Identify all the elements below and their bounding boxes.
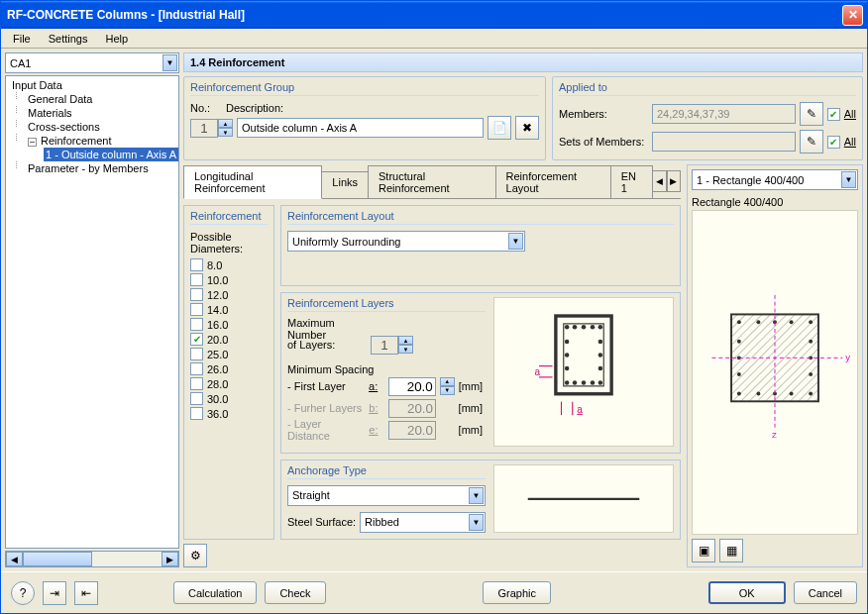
sets-all-check[interactable]: ✔ <box>827 136 840 149</box>
diameter-item[interactable]: 28.0 <box>190 377 268 390</box>
svg-point-9 <box>582 380 587 385</box>
diameter-item[interactable]: ✔20.0 <box>190 333 268 346</box>
svg-text:y: y <box>845 352 850 362</box>
tab-scroll-left-icon[interactable]: ◀ <box>652 170 666 192</box>
svg-text:a: a <box>577 404 583 415</box>
case-combo[interactable]: CA1 ▼ <box>5 52 179 73</box>
tab-structural[interactable]: Structural Reinforcement <box>368 165 496 198</box>
diameter-check[interactable] <box>190 392 203 405</box>
cancel-button[interactable]: Cancel <box>794 581 857 604</box>
menu-settings[interactable]: Settings <box>41 31 96 47</box>
collapse-icon[interactable]: – <box>28 138 37 147</box>
tree-root[interactable]: Input Data <box>8 78 176 92</box>
anchorage-type: Anchorage Type Straight ▼ Steel Surface: <box>280 460 681 541</box>
main-content: Longitudinal Reinforcement Links Structu… <box>183 164 863 567</box>
diameter-item[interactable]: 8.0 <box>190 258 268 271</box>
nav-tree[interactable]: Input Data General Data Materials Cross-… <box>5 75 179 549</box>
spin-up-icon[interactable]: ▲ <box>218 119 233 128</box>
sets-field <box>652 132 796 152</box>
diameter-check[interactable] <box>190 258 203 271</box>
pick-sets-icon[interactable]: ✎ <box>800 130 823 154</box>
delete-group-icon[interactable]: ✖ <box>515 116 539 140</box>
check-button[interactable]: Check <box>265 581 325 604</box>
diameter-check[interactable] <box>190 288 203 301</box>
max-layers-spinner[interactable]: ▲▼ <box>371 336 413 355</box>
spin-down-icon[interactable]: ▼ <box>218 128 233 137</box>
diameter-check[interactable]: ✔ <box>190 333 203 346</box>
tree-general[interactable]: General Data <box>8 92 176 106</box>
sets-all-label[interactable]: All <box>844 136 856 148</box>
svg-point-6 <box>598 325 603 330</box>
tree-materials[interactable]: Materials <box>8 106 176 120</box>
members-all-check[interactable]: ✔ <box>827 108 840 121</box>
diameter-check[interactable] <box>190 273 203 286</box>
svg-point-40 <box>809 340 813 344</box>
tab-longitudinal[interactable]: Longitudinal Reinforcement <box>183 165 322 199</box>
svg-point-14 <box>565 366 570 371</box>
chevron-down-icon[interactable]: ▼ <box>841 171 856 188</box>
pick-members-icon[interactable]: ✎ <box>800 102 823 126</box>
group-no-spinner[interactable]: ▲▼ <box>190 119 233 138</box>
diameter-check[interactable] <box>190 348 203 360</box>
tab-layout[interactable]: Reinforcement Layout <box>495 165 611 198</box>
settings-icon[interactable]: ⚙ <box>183 544 207 567</box>
calculation-button[interactable]: Calculation <box>173 581 257 604</box>
menu-help[interactable]: Help <box>97 31 136 47</box>
tab-links[interactable]: Links <box>321 171 369 192</box>
section-combo[interactable]: 1 - Rectangle 400/400 ▼ <box>692 169 858 190</box>
close-icon[interactable]: ✕ <box>842 5 863 26</box>
scroll-left-icon[interactable]: ◀ <box>6 552 23 566</box>
page-title: 1.4 Reinforcement <box>183 52 863 72</box>
export-icon[interactable]: ⇤ <box>74 581 98 605</box>
help-icon[interactable]: ? <box>11 581 35 605</box>
diameter-item[interactable]: 16.0 <box>190 318 268 331</box>
group-no-input[interactable] <box>190 119 218 138</box>
tree-reinf-child[interactable]: 1 - Outside column - Axis A <box>8 148 176 161</box>
svg-point-8 <box>573 380 578 385</box>
chevron-down-icon[interactable]: ▼ <box>163 54 177 71</box>
diameter-check[interactable] <box>190 377 203 390</box>
svg-point-35 <box>790 392 794 396</box>
tree-hscroll[interactable]: ◀ ▶ <box>5 551 179 567</box>
diameter-check[interactable] <box>190 407 203 420</box>
menubar: File Settings Help <box>1 29 867 49</box>
diameter-check[interactable] <box>190 362 203 375</box>
tab-scroll-right-icon[interactable]: ▶ <box>667 170 681 192</box>
diameter-item[interactable]: 12.0 <box>190 288 268 301</box>
anchorage-combo[interactable]: Straight ▼ <box>287 485 486 506</box>
svg-point-3 <box>573 325 578 330</box>
reinforcement-diameters: Reinforcement Possible Diameters: 8.010.… <box>183 205 274 540</box>
graphic-button[interactable]: Graphic <box>483 581 551 604</box>
surface-combo[interactable]: Ribbed ▼ <box>360 512 486 533</box>
chevron-down-icon[interactable]: ▼ <box>469 514 484 531</box>
diameter-item[interactable]: 30.0 <box>190 392 268 405</box>
diameter-item[interactable]: 26.0 <box>190 362 268 375</box>
desc-input[interactable]: Outside column - Axis A <box>237 118 484 138</box>
tab-en[interactable]: EN 1 <box>610 165 654 198</box>
menu-file[interactable]: File <box>5 31 39 47</box>
members-label: Members: <box>559 108 648 120</box>
preview-btn2-icon[interactable]: ▦ <box>719 539 743 563</box>
diameter-item[interactable]: 14.0 <box>190 303 268 316</box>
diameter-item[interactable]: 10.0 <box>190 273 268 286</box>
diameter-item[interactable]: 36.0 <box>190 407 268 420</box>
ok-button[interactable]: OK <box>708 581 786 604</box>
scroll-right-icon[interactable]: ▶ <box>162 552 178 566</box>
diameter-item[interactable]: 25.0 <box>190 348 268 360</box>
tree-parameter[interactable]: Parameter - by Members <box>8 161 176 175</box>
new-group-icon[interactable]: 📄 <box>488 116 511 140</box>
import-icon[interactable]: ⇥ <box>43 581 66 605</box>
titlebar: RF-CONCRETE Columns - [Industrial Hall] … <box>1 1 867 29</box>
members-all-label[interactable]: All <box>844 108 856 120</box>
content: CA1 ▼ Input Data General Data Materials … <box>1 49 867 571</box>
chevron-down-icon[interactable]: ▼ <box>508 233 523 250</box>
diameter-check[interactable] <box>190 318 203 331</box>
diameter-check[interactable] <box>190 303 203 316</box>
svg-point-10 <box>591 380 596 385</box>
first-layer-input[interactable] <box>388 377 436 396</box>
preview-btn1-icon[interactable]: ▣ <box>692 539 715 563</box>
layout-combo[interactable]: Uniformly Surrounding ▼ <box>287 231 525 252</box>
tree-reinforcement[interactable]: –Reinforcement <box>8 134 176 148</box>
tree-cross[interactable]: Cross-sections <box>8 120 176 134</box>
chevron-down-icon[interactable]: ▼ <box>469 487 484 504</box>
